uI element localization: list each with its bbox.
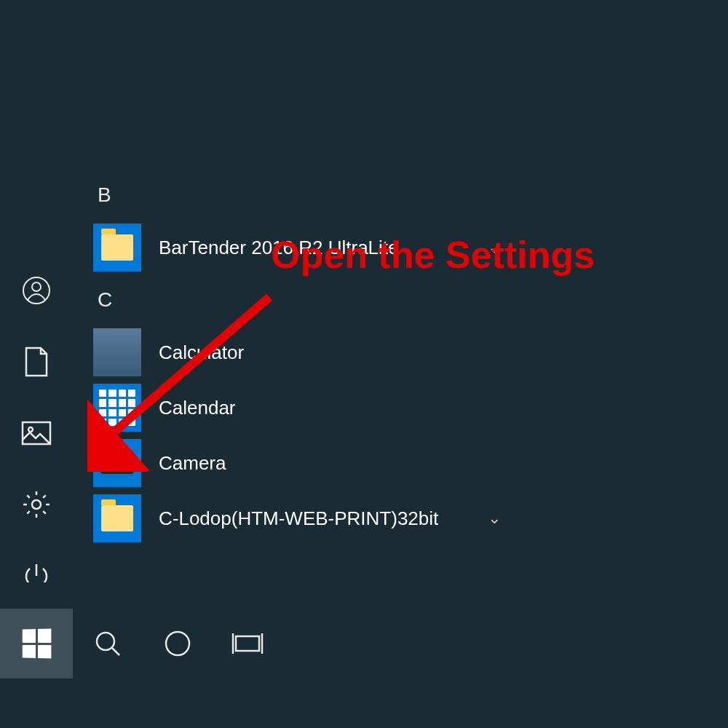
svg-point-3 xyxy=(28,427,33,432)
svg-point-4 xyxy=(32,500,41,509)
pictures-button[interactable] xyxy=(21,418,52,448)
calendar-icon xyxy=(93,384,141,432)
app-label: Calculator xyxy=(159,341,244,364)
annotation-text: Open the Settings xyxy=(271,233,595,277)
app-label: Calendar xyxy=(159,397,236,419)
documents-button[interactable] xyxy=(21,347,52,377)
group-header-c[interactable]: C xyxy=(93,288,530,312)
app-camera[interactable]: Camera xyxy=(93,435,530,491)
start-button[interactable] xyxy=(0,609,73,678)
calculator-icon xyxy=(93,328,141,376)
chevron-down-icon: ⌄ xyxy=(488,509,501,528)
task-view-button[interactable] xyxy=(213,609,282,678)
camera-icon xyxy=(93,439,141,487)
folder-icon xyxy=(93,223,141,272)
settings-button[interactable] xyxy=(21,489,52,520)
app-calendar[interactable]: Calendar xyxy=(93,380,530,435)
app-label: Camera xyxy=(159,452,226,475)
group-header-b[interactable]: B xyxy=(93,183,530,207)
taskbar xyxy=(0,609,728,678)
svg-point-5 xyxy=(97,633,114,650)
app-clodop[interactable]: C-Lodop(HTM-WEB-PRINT)32bit ⌄ xyxy=(93,491,530,546)
svg-point-1 xyxy=(32,282,41,291)
user-account-button[interactable] xyxy=(21,275,52,306)
svg-rect-7 xyxy=(236,636,259,651)
spacer xyxy=(0,582,728,609)
windows-logo-icon xyxy=(23,628,52,658)
cortana-button[interactable] xyxy=(143,609,213,678)
search-button[interactable] xyxy=(73,609,143,678)
folder-icon xyxy=(93,494,141,542)
start-menu: B BarTender 2016 R2 UltraLite ⌄ C Calcul… xyxy=(0,0,728,609)
app-calculator[interactable]: Calculator xyxy=(93,325,530,380)
app-label: C-Lodop(HTM-WEB-PRINT)32bit xyxy=(159,507,438,530)
start-rail xyxy=(0,0,73,609)
svg-point-6 xyxy=(166,632,189,655)
desktop-area xyxy=(0,678,728,728)
